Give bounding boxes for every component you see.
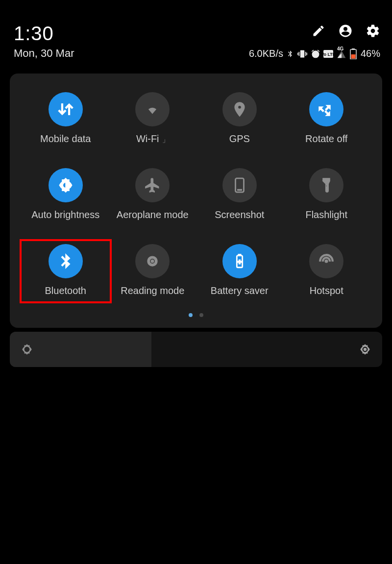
qs-tile-label: Auto brightness [31,209,99,221]
reading-icon [144,253,161,270]
qs-tile-label: Bluetooth [45,285,86,296]
qs-tile-mobile-data[interactable]: Mobile data [24,92,107,145]
brightness-slider[interactable] [10,332,382,367]
quick-settings-panel: Mobile dataWi-Fi」GPSRotate offAuto brigh… [10,74,382,328]
brightness-high-icon [359,343,371,356]
qs-tile-screenshot[interactable]: Screenshot [198,168,281,221]
alarm-status-icon [311,49,320,59]
airplane-icon [144,177,161,194]
settings-gear-icon[interactable] [366,24,380,38]
bluetooth-icon [57,253,74,270]
page-indicator [24,313,368,317]
volte-status-icon: Vo LTE [323,50,333,58]
flashlight-icon [318,177,335,194]
page-dot [199,313,203,317]
brightness-icon [57,177,74,194]
qs-tile-label: Wi-Fi」 [136,133,169,145]
qs-tile-label: Flashlight [305,209,347,221]
signal-status-icon: 4G [336,49,347,59]
rotate-icon [318,101,335,118]
qs-tile-hotspot[interactable]: Hotspot [286,244,368,296]
gps-icon [231,101,248,118]
qs-tile-label: Mobile data [40,133,91,145]
qs-tile-auto-brightness[interactable]: Auto brightness [24,168,107,221]
hotspot-icon [318,253,335,270]
screenshot-icon [231,177,248,194]
battery-saver-icon [231,253,248,270]
qs-tile-label: Reading mode [121,285,184,296]
qs-tile-flashlight[interactable]: Flashlight [286,168,368,221]
battery-percent: 46% [361,48,380,59]
qs-tile-label: GPS [229,133,250,145]
qs-tile-label: Aeroplane mode [117,209,189,221]
battery-status-icon [350,49,357,59]
qs-tile-battery-saver[interactable]: Battery saver [198,244,281,296]
qs-tile-label: Hotspot [310,285,343,296]
qs-tile-bluetooth[interactable]: Bluetooth [20,239,112,303]
mobile-data-icon [57,101,74,118]
qs-tile-gps[interactable]: GPS [198,92,281,145]
brightness-low-icon [21,343,33,356]
bluetooth-status-icon [286,49,294,59]
qs-tile-label: Rotate off [305,133,347,145]
qs-tile-wi-fi[interactable]: Wi-Fi」 [112,92,194,145]
qs-tile-rotate-off[interactable]: Rotate off [286,92,368,145]
qs-tile-reading-mode[interactable]: Reading mode [112,244,194,296]
wifi-icon [144,101,161,118]
svg-rect-4 [351,54,355,59]
qs-tile-aeroplane-mode[interactable]: Aeroplane mode [112,168,194,221]
status-bar-right: 6.0KB/s Vo LTE 4G 46% [249,48,380,59]
page-dot [189,313,193,317]
account-icon[interactable] [338,24,353,38]
edit-icon[interactable] [312,24,325,38]
qs-tile-label: Screenshot [215,209,264,221]
net-speed: 6.0KB/s [249,48,283,59]
vibrate-status-icon [297,49,308,59]
svg-text:Vo LTE: Vo LTE [323,52,333,57]
qs-tile-label: Battery saver [211,285,269,296]
